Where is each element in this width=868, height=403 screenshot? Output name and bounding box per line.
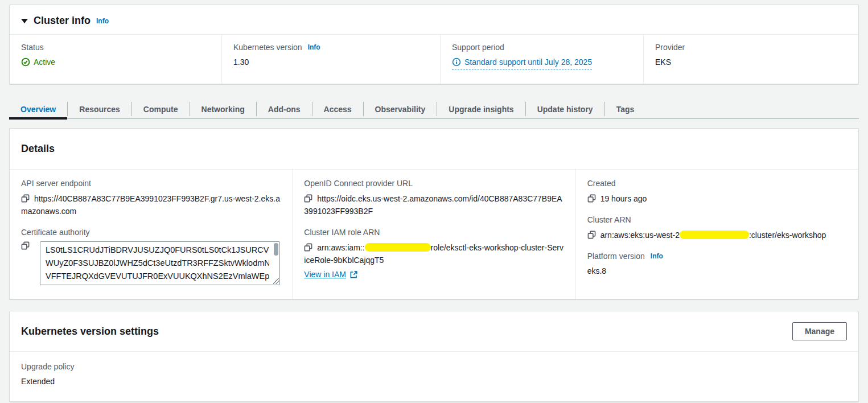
status-value: Active [21,56,210,68]
status-text: Active [34,56,55,68]
upgrade-policy-value: Extended [21,376,847,387]
created-label: Created [587,178,847,188]
view-in-iam-link[interactable]: View in IAM [304,270,358,279]
platform-version-label: Platform version [587,251,645,261]
tab-resources[interactable]: Resources [68,100,131,118]
tab-tags[interactable]: Tags [605,100,646,118]
redacted-account-id [680,231,749,239]
status-field: Status Active [10,35,221,84]
platform-version-info-link[interactable]: Info [651,251,663,261]
certificate-line: VFFTEJRQXdGVEVUTUJFR0ExVUUKQXhNS2EzVmlaW… [46,270,269,283]
scrollbar-thumb[interactable] [274,243,278,256]
platform-version-field: Platform version Info eks.8 [587,251,847,277]
oidc-label: OpenID Connect provider URL [304,178,563,188]
support-period-label: Support period [452,42,632,52]
platform-version-value: eks.8 [587,265,847,277]
copy-icon[interactable] [304,194,312,203]
check-circle-icon [21,57,30,67]
provider-field: Provider EKS [643,35,858,84]
provider-value: EKS [655,56,847,68]
kubernetes-version-value: 1.30 [233,56,429,68]
external-link-icon [349,270,358,279]
copy-icon[interactable] [587,194,596,203]
tab-networking[interactable]: Networking [190,100,256,118]
tab-add-ons[interactable]: Add-ons [257,100,312,118]
oidc-field: OpenID Connect provider URL https://oidc… [304,178,563,217]
upgrade-policy-label: Upgrade policy [21,361,847,372]
api-endpoint-field: API server endpoint https://40CB887A83C7… [21,178,281,217]
cluster-arn-suffix: :cluster/eks-workshop [749,231,826,240]
created-field: Created 19 hours ago [587,178,847,205]
copy-icon[interactable] [21,241,30,250]
copy-icon[interactable] [587,231,596,239]
certificate-authority-field: Certificate authority LS0tLS1CRUdJTiBDRV… [21,227,281,285]
cluster-info-info-link[interactable]: Info [96,17,109,25]
certificate-line: WUyZ0F3SUJBZ0lJWHZ5dCt3eUtzdTR3RFFZSktvW… [46,257,269,270]
view-in-iam-label: View in IAM [304,270,346,279]
certificate-line: LS0tLS1CRUdJTiBDRVJUSUZJQ0FURS0tLS0tCk1J… [46,244,269,257]
kubernetes-version-field: Kubernetes version Info 1.30 [221,35,440,84]
tab-overview[interactable]: Overview [9,100,67,118]
cluster-arn-field: Cluster ARN arn:aws:eks:us-west-2:cluste… [587,215,847,241]
manage-button[interactable]: Manage [792,322,847,340]
kubernetes-version-settings-panel: Kubernetes version settings Manage Upgra… [9,311,859,402]
kubernetes-version-info-link[interactable]: Info [308,42,320,52]
cluster-arn-prefix: arn:aws:eks:us-west-2 [600,231,680,240]
details-column-left: API server endpoint https://40CB887A83C7… [10,170,292,299]
created-value: 19 hours ago [600,194,647,203]
resize-grip-icon[interactable] [273,278,279,284]
copy-icon[interactable] [304,243,312,252]
tab-upgrade-insights[interactable]: Upgrade insights [437,100,525,118]
tab-update-history[interactable]: Update history [526,100,604,118]
iam-role-arn-field: Cluster IAM role ARN arn:aws:iam::role/e… [304,227,563,279]
details-column-right: Created 19 hours ago Cluster ARN arn:aws… [575,170,858,299]
status-label: Status [21,42,210,52]
oidc-value: https://oidc.eks.us-west-2.amazonaws.com… [304,194,562,216]
api-endpoint-value: https://40CB887A83C77B9EA3991023FF993B2F… [21,194,280,216]
info-circle-icon [452,57,461,67]
details-column-middle: OpenID Connect provider URL https://oidc… [292,170,575,299]
cluster-info-title: Cluster info [34,15,90,27]
support-period-link[interactable]: Standard support until July 28, 2025 [452,56,592,70]
certificate-authority-label: Certificate authority [21,227,281,237]
provider-label: Provider [655,42,847,52]
redacted-account-id [365,243,431,252]
support-period-text: Standard support until July 28, 2025 [464,56,592,68]
iam-role-arn-label: Cluster IAM role ARN [304,227,563,237]
details-panel: Details API server endpoint https://40CB… [9,128,859,299]
support-period-field: Support period Standard support until Ju… [440,35,643,84]
eks-cluster-page: Cluster info Info Status Active Kubernet… [0,0,868,402]
tab-bar: Overview Resources Compute Networking Ad… [9,100,859,119]
details-title: Details [21,143,847,155]
tab-access[interactable]: Access [312,100,363,118]
collapse-caret-icon[interactable] [21,19,28,23]
certificate-authority-textarea[interactable]: LS0tLS1CRUdJTiBDRVJUSUZJQ0FURS0tLS0tCk1J… [40,241,280,285]
api-endpoint-label: API server endpoint [21,178,281,188]
cluster-info-panel: Cluster info Info Status Active Kubernet… [9,5,859,84]
tab-observability[interactable]: Observability [364,100,437,118]
iam-role-arn-prefix: arn:aws:iam:: [317,243,364,252]
kubernetes-version-settings-title: Kubernetes version settings [21,326,159,338]
copy-icon[interactable] [21,194,30,203]
cluster-arn-label: Cluster ARN [587,215,847,225]
tab-compute[interactable]: Compute [132,100,190,118]
kubernetes-version-label: Kubernetes version [233,42,302,52]
